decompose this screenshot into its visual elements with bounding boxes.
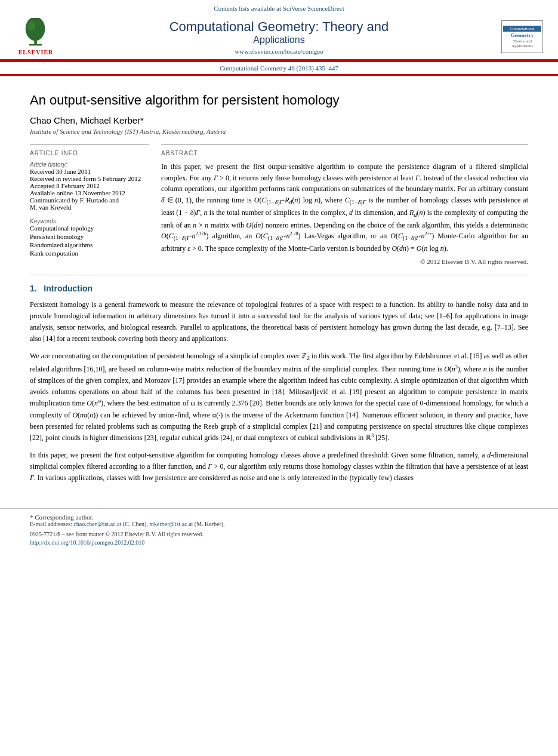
elsevier-logo: ELSEVIER [12,18,60,56]
communicated-line2: M. van Kreveld [30,204,149,211]
elsevier-text: ELSEVIER [19,49,54,56]
article-title: An output-sensitive algorithm for persis… [30,93,528,108]
journal-banner: ELSEVIER Computational Geometry: Theory … [12,14,546,59]
elsevier-tree-icon [18,18,54,48]
journal-top-line: Contents lists available at SciVerse Sci… [12,5,546,12]
copyright-line: © 2012 Elsevier B.V. All rights reserved… [161,258,528,265]
journal-header: Contents lists available at SciVerse Sci… [0,0,558,60]
intro-paragraph-1: Persistent homology is a general framewo… [30,299,528,345]
journal-url: www.elsevier.com/locate/comgeo [60,48,498,55]
affiliation: Institute of Science and Technology (IST… [30,128,528,135]
accepted-date: Accepted 8 February 2012 [30,182,149,189]
communicated-line: Communicated by F. Hurtado and [30,196,149,204]
footer-bottom: 0925-7721/$ – see front matter © 2012 El… [30,531,528,537]
revised-date: Received in revised form 5 February 2012 [30,175,149,182]
abstract-text: In this paper, we present the first outp… [161,161,528,254]
journal-logo-right: Computational Geometry Theory andApplica… [498,20,546,53]
cg-logo-top: Computational [503,26,541,32]
section-divider [30,275,528,275]
keyword-4: Rank computation [30,250,149,257]
journal-title-line2: Applications [60,35,498,45]
received-date: Received 30 June 2011 [30,168,149,175]
keywords-label: Keywords: [30,218,149,225]
article-history-group: Article history: Received 30 June 2011 R… [30,161,149,211]
keyword-3: Randomized algorithms [30,241,149,248]
article-info-label: ARTICLE INFO [30,150,149,156]
contents-available-text: Contents lists available at SciVerse Sci… [214,5,344,12]
doi-link[interactable]: http://dx.doi.org/10.1016/j.comgeo.2012.… [30,539,144,546]
footnote-email: E-mail addresses: chao.chen@ist.ac.at (C… [30,521,528,527]
cg-logo-box: Computational Geometry Theory andApplica… [501,20,543,53]
article-info-abstract: ARTICLE INFO Article history: Received 3… [30,145,528,265]
page-footer: * Corresponding author. E-mail addresses… [0,508,558,552]
journal-title-area: Computational Geometry: Theory and Appli… [60,19,498,55]
email1[interactable]: chao.chen@ist.ac.at [73,521,121,527]
authors-text: Chao Chen, Michael Kerber* [30,115,144,125]
email-label: E-mail addresses: [30,521,72,527]
authors-line: Chao Chen, Michael Kerber* [30,115,528,125]
intro-number: 1. [30,284,37,293]
abstract-label: ABSTRACT [161,150,528,156]
citation-line: Computational Geometry 46 (2013) 435–447 [0,62,558,74]
keyword-2: Persistent homology [30,233,149,240]
email2-author: (M. Kerber). [195,521,225,527]
email1-author: (C. Chen), [123,521,148,527]
intro-title: Introduction [44,284,93,293]
cg-logo-mid: Geometry [511,32,534,38]
history-label: Article history: [30,161,149,168]
cg-logo-sub: Theory andApplications [511,39,533,48]
keywords-section: Keywords: Computational topology Persist… [30,218,149,257]
citation-text: Computational Geometry 46 (2013) 435–447 [220,64,338,72]
doi-line: http://dx.doi.org/10.1016/j.comgeo.2012.… [30,537,528,547]
intro-heading: 1. Introduction [30,284,528,293]
intro-paragraph-3: In this paper, we present the first outp… [30,450,528,484]
svg-rect-1 [29,44,42,46]
svg-point-2 [26,18,45,41]
email2[interactable]: mkerber@ist.ac.at [149,521,193,527]
online-date: Available online 13 November 2012 [30,189,149,196]
journal-title-line1: Computational Geometry: Theory and [60,19,498,35]
keyword-1: Computational topology [30,225,149,232]
issn-text: 0925-7721/$ – see front matter © 2012 El… [30,531,204,537]
intro-paragraph-2: We are concentrating on the computation … [30,351,528,444]
article-info-col: ARTICLE INFO Article history: Received 3… [30,145,149,265]
journal-url-link[interactable]: www.elsevier.com/locate/comgeo [235,48,323,55]
main-content: An output-sensitive algorithm for persis… [0,76,558,502]
abstract-col: ABSTRACT In this paper, we present the f… [161,145,528,265]
svg-point-3 [27,21,35,30]
footnote-star: * Corresponding author. [30,514,528,521]
